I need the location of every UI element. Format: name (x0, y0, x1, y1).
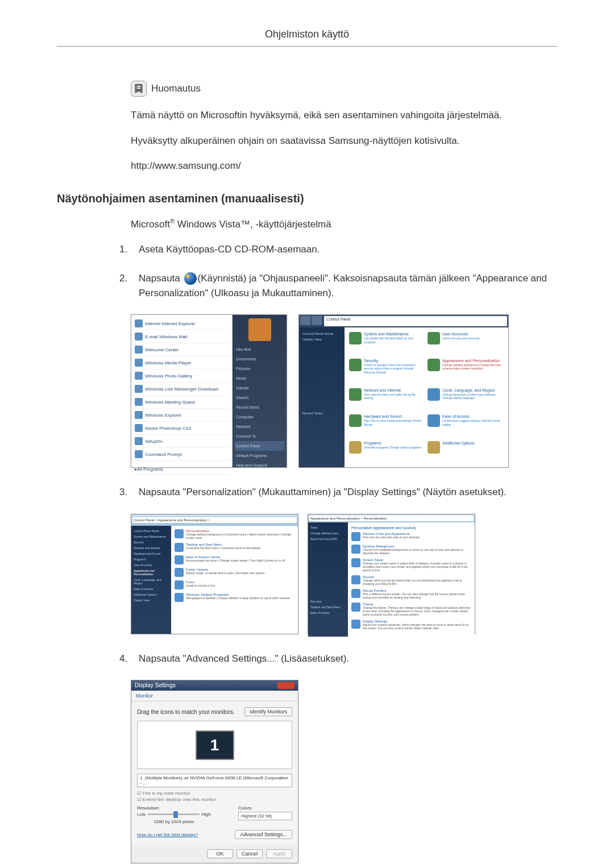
sidebar-item[interactable]: Network and Internet (134, 545, 169, 551)
right-item-control-panel[interactable]: Control Panel (235, 441, 284, 451)
start-item[interactable]: SetupDx (134, 435, 230, 448)
slider-track[interactable] (148, 813, 200, 815)
entry[interactable]: Window Color and AppearanceFine tune the… (351, 532, 471, 541)
start-item[interactable]: Windows Media Player (134, 356, 230, 369)
step-1: 1. Aseta Käyttöopas-CD CD-ROM-asemaan. (119, 242, 557, 257)
entry[interactable]: Screen SaverChange your screen saver or … (351, 558, 471, 572)
sidebar-item[interactable]: Security (134, 539, 169, 545)
entry[interactable]: ThemeChange the theme. Themes can change… (351, 603, 471, 616)
monitor-select[interactable]: 1. (Multiple Monitors) on NVIDIA GeForce… (137, 774, 292, 787)
right-item[interactable]: Search (235, 393, 284, 402)
identify-monitors-button[interactable]: Identify Monitors (244, 707, 292, 716)
cp-category-appearance[interactable]: Appearance and PersonalizationChange des… (428, 359, 504, 384)
sidebar-item[interactable]: Control Panel Home (134, 528, 169, 534)
main-monitor-checkbox[interactable]: ☑ This is my main monitor (137, 791, 292, 796)
right-item[interactable]: Music (235, 373, 284, 383)
ok-button[interactable]: OK (207, 849, 233, 858)
panel-title: Personalize appearance and sounds (351, 526, 471, 530)
resolution-slider[interactable]: Low High (137, 812, 211, 817)
entry[interactable]: Taskbar and Start MenuCustomize the Star… (175, 543, 294, 552)
back-icon[interactable] (300, 316, 310, 325)
start-item[interactable]: Adobe Photoshop CS2 (134, 422, 230, 435)
sidebar-item[interactable]: System and Maintenance (134, 534, 169, 539)
entry[interactable]: Folder OptionsSpecify single- or double-… (175, 568, 294, 577)
right-item[interactable]: Default Programs (235, 451, 284, 460)
address-bar[interactable]: Appearance and Personalization > Persona… (309, 516, 474, 521)
cp-category[interactable]: Clock, Language, and RegionChange keyboa… (428, 388, 504, 410)
address-bar[interactable]: Control Panel (324, 316, 507, 326)
sidebar-item[interactable]: Control Panel Home (302, 331, 341, 337)
colors-select[interactable]: Highest (32 bit) (238, 812, 292, 820)
entry[interactable]: Desktop BackgroundChoose from available … (351, 545, 471, 555)
entry[interactable]: Mouse PointersPick a different mouse poi… (351, 589, 471, 599)
advanced-settings-button[interactable]: Advanced Settings... (235, 830, 292, 839)
cp-category[interactable]: Network and InternetView network status … (349, 388, 425, 410)
entry-sub: Accommodate low vision | Change screen r… (186, 559, 285, 562)
right-item[interactable]: Documents (235, 354, 284, 364)
start-orb-icon (184, 272, 197, 285)
sidebar-item[interactable]: Clock, Language, and Region (134, 577, 169, 586)
right-item[interactable]: niko-test (235, 344, 284, 354)
cp-category[interactable]: SecurityCheck for updates Check this com… (349, 359, 425, 384)
cancel-button[interactable]: Cancel (237, 849, 263, 858)
apply-button[interactable]: Apply (266, 849, 292, 858)
entry[interactable]: Ease of Access CenterAccommodate low vis… (175, 555, 294, 564)
start-item[interactable]: Welcome Center (134, 343, 230, 356)
see-also: See also (310, 599, 346, 604)
monitor-area[interactable]: 1 (137, 721, 292, 769)
sidebar-item[interactable]: Additional Options (134, 592, 169, 597)
all-programs[interactable]: ▸ All Programs (134, 464, 230, 475)
start-item[interactable]: Internet Internet Explorer (134, 317, 230, 330)
subheading-suffix: , -käyttöjärjestelmä (250, 218, 331, 229)
start-item[interactable]: Windows Live Messenger Download (134, 383, 230, 396)
reg-mark: ® (170, 218, 175, 225)
right-item[interactable]: Games (235, 383, 284, 393)
right-item[interactable]: Pictures (235, 364, 284, 373)
entry-display-settings[interactable]: Display SettingsAdjust your monitor reso… (351, 620, 471, 630)
right-item[interactable]: Recent Items (235, 402, 284, 412)
start-item[interactable]: Windows Explorer (134, 409, 230, 422)
cp-category[interactable]: ProgramsUninstall a program Change start… (349, 441, 425, 463)
right-item[interactable]: Help and Support (235, 460, 284, 470)
sidebar-item[interactable]: User Accounts (134, 562, 169, 568)
cp-category[interactable]: Ease of AccessLet Windows suggest settin… (428, 414, 504, 437)
entry[interactable]: Windows Sidebar PropertiesAdd gadgets to… (175, 593, 294, 602)
extend-desktop-checkbox[interactable]: ☑ Extend the desktop onto this monitor (137, 797, 292, 802)
right-item[interactable]: Connect To (235, 431, 284, 441)
close-icon[interactable] (277, 682, 294, 689)
sidebar-item[interactable]: Classic View (302, 337, 341, 342)
sidebar-item[interactable]: Taskbar and Start Menu (310, 604, 346, 610)
cp-category[interactable]: Additional Options (428, 441, 504, 463)
slider-thumb[interactable] (173, 811, 178, 818)
cp-category[interactable]: Hardware and SoundPlay CDs or other medi… (349, 414, 425, 437)
sidebar-item[interactable]: Appearance and Personalization (134, 568, 169, 577)
start-menu-screenshot: Internet Internet Explorer E-mail Window… (131, 314, 287, 468)
sidebar-item[interactable]: Ease of Access (310, 610, 346, 616)
entry[interactable]: FontsInstall or remove a font (175, 580, 294, 589)
right-item[interactable]: Computer (235, 412, 284, 422)
entry-personalization[interactable]: PersonalizationChange desktop background… (175, 529, 294, 539)
right-item[interactable]: Network (235, 422, 284, 431)
start-item[interactable]: Windows Meeting Space (134, 396, 230, 409)
monitor-icon[interactable]: 1 (196, 730, 234, 760)
cp-category[interactable]: System and MaintenanceGet started with W… (349, 332, 425, 354)
sidebar-item[interactable]: Classic View (134, 597, 169, 603)
sidebar-item[interactable]: Ease of Access (134, 586, 169, 592)
monitor-tab[interactable]: Monitor (131, 691, 298, 701)
entry[interactable]: SoundsChange which sounds are heard when… (351, 575, 471, 585)
cat-sub: Change keyboards or other input methods … (442, 393, 504, 400)
start-item[interactable]: Windows Photo Gallery (134, 369, 230, 383)
forward-icon[interactable] (312, 316, 322, 325)
help-link[interactable]: How do I get the best display? (137, 832, 198, 837)
sidebar-item[interactable]: Hardware and Sound (134, 551, 169, 556)
note-line1: Tämä näyttö on Microsoftin hyväksymä, ei… (131, 107, 557, 124)
cat-title: Hardware and Sound (364, 414, 425, 418)
cp-category[interactable]: User AccountsAdd or remove user accounts (428, 332, 504, 354)
start-item[interactable]: E-mail Windows Mail (134, 330, 230, 343)
address-bar[interactable]: Control Panel > Appearance and Personali… (132, 517, 297, 523)
start-item[interactable]: Command Prompt (134, 448, 230, 461)
sidebar-item[interactable]: Change desktop icons (310, 530, 346, 536)
sidebar-item[interactable]: Programs (134, 556, 169, 562)
nav-buttons[interactable] (299, 315, 323, 327)
sidebar-item[interactable]: Adjust font size (DPI) (310, 536, 346, 542)
